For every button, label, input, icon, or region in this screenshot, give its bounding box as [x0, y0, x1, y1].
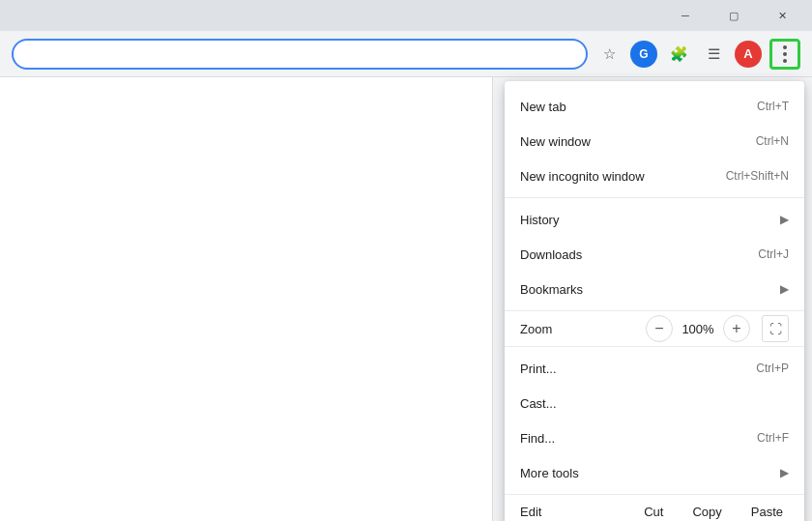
- close-button[interactable]: ✕: [760, 0, 804, 31]
- menu-item-cast[interactable]: Cast...: [505, 386, 804, 420]
- zoom-in-button[interactable]: +: [723, 315, 750, 342]
- menu-item-new-window[interactable]: New window Ctrl+N: [505, 124, 804, 159]
- menu-item-downloads[interactable]: Downloads Ctrl+J: [505, 237, 804, 272]
- dots-icon: [783, 45, 787, 63]
- maximize-button[interactable]: ▢: [711, 0, 756, 31]
- fullscreen-button[interactable]: ⛶: [762, 315, 789, 342]
- menu-item-more-tools[interactable]: More tools ▶: [505, 455, 804, 490]
- main-content: New tab Ctrl+T New window Ctrl+N New inc…: [0, 77, 812, 521]
- menu-section-history: History ▶ Downloads Ctrl+J Bookmarks ▶: [505, 198, 804, 311]
- menu-item-bookmarks[interactable]: Bookmarks ▶: [505, 272, 804, 306]
- zoom-out-button[interactable]: −: [646, 315, 673, 342]
- grammarly-icon[interactable]: G: [630, 41, 657, 68]
- menu-item-print[interactable]: Print... Ctrl+P: [505, 351, 804, 386]
- dropdown-menu: New tab Ctrl+T New window Ctrl+N New inc…: [505, 81, 804, 521]
- menu-item-find[interactable]: Find... Ctrl+F: [505, 420, 804, 455]
- cut-button[interactable]: Cut: [630, 499, 677, 521]
- copy-button[interactable]: Copy: [679, 499, 735, 521]
- avatar[interactable]: A: [735, 41, 762, 68]
- menu-item-history[interactable]: History ▶: [505, 202, 804, 237]
- title-bar: ─ ▢ ✕: [0, 0, 812, 31]
- menu-icon[interactable]: ☰: [700, 41, 727, 68]
- star-icon[interactable]: ☆: [595, 41, 623, 68]
- menu-section-tools: Print... Ctrl+P Cast... Find... Ctrl+F M…: [505, 347, 804, 495]
- extension-icon[interactable]: 🧩: [665, 41, 692, 68]
- menu-item-new-tab[interactable]: New tab Ctrl+T: [505, 89, 804, 124]
- zoom-controls: − 100% + ⛶: [646, 315, 789, 342]
- paste-button[interactable]: Paste: [738, 499, 797, 521]
- address-bar[interactable]: [12, 39, 588, 70]
- minimize-button[interactable]: ─: [663, 0, 708, 31]
- toolbar: ☆ G 🧩 ☰ A: [0, 31, 812, 77]
- menu-item-new-incognito[interactable]: New incognito window Ctrl+Shift+N: [505, 159, 804, 193]
- edit-row: Edit Cut Copy Paste: [505, 495, 804, 521]
- tab-content-area: [0, 77, 493, 521]
- three-dot-menu-button[interactable]: [769, 39, 800, 70]
- menu-section-new: New tab Ctrl+T New window Ctrl+N New inc…: [505, 85, 804, 198]
- zoom-row: Zoom − 100% + ⛶: [505, 311, 804, 347]
- edit-buttons: Cut Copy Paste: [630, 499, 804, 521]
